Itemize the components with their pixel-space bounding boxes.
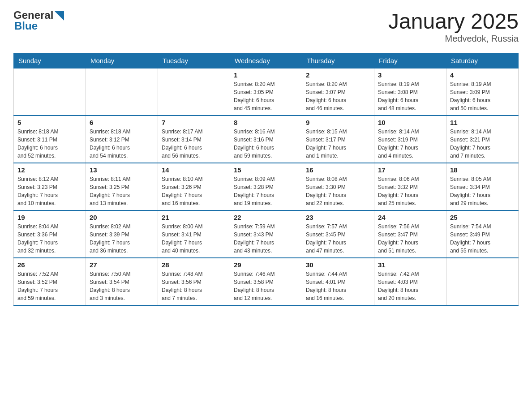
day-info: Sunrise: 7:48 AMSunset: 3:56 PMDaylight:…	[162, 270, 226, 302]
weekday-header-friday: Friday	[374, 53, 446, 68]
calendar-cell: 4Sunrise: 8:19 AMSunset: 3:09 PMDaylight…	[446, 68, 519, 116]
day-info: Sunrise: 7:42 AMSunset: 4:03 PMDaylight:…	[378, 270, 442, 302]
day-info: Sunrise: 8:19 AMSunset: 3:08 PMDaylight:…	[378, 80, 442, 112]
calendar-cell: 18Sunrise: 8:05 AMSunset: 3:34 PMDayligh…	[446, 163, 519, 210]
calendar-cell: 19Sunrise: 8:04 AMSunset: 3:36 PMDayligh…	[14, 210, 86, 258]
day-info: Sunrise: 8:14 AMSunset: 3:19 PMDaylight:…	[378, 128, 442, 160]
weekday-header-monday: Monday	[86, 53, 158, 68]
calendar-cell: 11Sunrise: 8:14 AMSunset: 3:21 PMDayligh…	[446, 116, 519, 163]
weekday-header-sunday: Sunday	[14, 53, 86, 68]
day-number: 24	[378, 214, 442, 221]
page-title: January 2025	[388, 9, 519, 34]
day-info: Sunrise: 8:19 AMSunset: 3:09 PMDaylight:…	[450, 80, 515, 112]
day-info: Sunrise: 8:20 AMSunset: 3:07 PMDaylight:…	[306, 80, 370, 112]
day-number: 5	[17, 119, 82, 126]
day-info: Sunrise: 8:14 AMSunset: 3:21 PMDaylight:…	[450, 128, 515, 160]
day-info: Sunrise: 7:56 AMSunset: 3:47 PMDaylight:…	[378, 223, 442, 255]
day-info: Sunrise: 8:20 AMSunset: 3:05 PMDaylight:…	[234, 80, 298, 112]
calendar-cell: 23Sunrise: 7:57 AMSunset: 3:45 PMDayligh…	[302, 210, 374, 258]
day-info: Sunrise: 7:52 AMSunset: 3:52 PMDaylight:…	[17, 270, 82, 302]
calendar-week-row: 5Sunrise: 8:18 AMSunset: 3:11 PMDaylight…	[14, 116, 519, 163]
calendar-cell: 16Sunrise: 8:08 AMSunset: 3:30 PMDayligh…	[302, 163, 374, 210]
calendar-cell: 24Sunrise: 7:56 AMSunset: 3:47 PMDayligh…	[374, 210, 446, 258]
day-info: Sunrise: 8:18 AMSunset: 3:12 PMDaylight:…	[90, 128, 154, 160]
calendar-cell: 15Sunrise: 8:09 AMSunset: 3:28 PMDayligh…	[230, 163, 302, 210]
day-info: Sunrise: 8:17 AMSunset: 3:14 PMDaylight:…	[162, 128, 226, 160]
day-info: Sunrise: 8:16 AMSunset: 3:16 PMDaylight:…	[234, 128, 298, 160]
calendar-week-row: 12Sunrise: 8:12 AMSunset: 3:23 PMDayligh…	[14, 163, 519, 210]
day-number: 15	[234, 166, 298, 174]
calendar-cell: 7Sunrise: 8:17 AMSunset: 3:14 PMDaylight…	[158, 116, 230, 163]
calendar-cell: 14Sunrise: 8:10 AMSunset: 3:26 PMDayligh…	[158, 163, 230, 210]
svg-marker-0	[54, 11, 64, 21]
day-number: 11	[450, 119, 515, 126]
day-number: 27	[90, 261, 154, 269]
day-number: 13	[90, 166, 154, 174]
day-number: 28	[162, 261, 226, 269]
calendar-cell: 9Sunrise: 8:15 AMSunset: 3:17 PMDaylight…	[302, 116, 374, 163]
day-number: 16	[306, 166, 370, 174]
day-number: 9	[306, 119, 370, 126]
calendar-cell	[86, 68, 158, 116]
logo: General Blue	[13, 9, 64, 32]
calendar-cell: 17Sunrise: 8:06 AMSunset: 3:32 PMDayligh…	[374, 163, 446, 210]
day-number: 14	[162, 166, 226, 174]
day-number: 21	[162, 214, 226, 221]
calendar-cell: 27Sunrise: 7:50 AMSunset: 3:54 PMDayligh…	[86, 258, 158, 305]
day-number: 6	[90, 119, 154, 126]
title-block: January 2025 Medvedok, Russia	[388, 9, 519, 44]
day-info: Sunrise: 7:44 AMSunset: 4:01 PMDaylight:…	[306, 270, 370, 302]
day-number: 20	[90, 214, 154, 221]
day-number: 31	[378, 261, 442, 269]
calendar-cell: 13Sunrise: 8:11 AMSunset: 3:25 PMDayligh…	[86, 163, 158, 210]
day-info: Sunrise: 7:57 AMSunset: 3:45 PMDaylight:…	[306, 223, 370, 255]
calendar-cell: 20Sunrise: 8:02 AMSunset: 3:39 PMDayligh…	[86, 210, 158, 258]
day-number: 19	[17, 214, 82, 221]
calendar-cell: 25Sunrise: 7:54 AMSunset: 3:49 PMDayligh…	[446, 210, 519, 258]
calendar-cell: 8Sunrise: 8:16 AMSunset: 3:16 PMDaylight…	[230, 116, 302, 163]
day-number: 12	[17, 166, 82, 174]
logo-triangle-icon	[54, 11, 64, 21]
day-number: 1	[234, 71, 298, 79]
day-info: Sunrise: 7:50 AMSunset: 3:54 PMDaylight:…	[90, 270, 154, 302]
day-info: Sunrise: 7:59 AMSunset: 3:43 PMDaylight:…	[234, 223, 298, 255]
day-number: 22	[234, 214, 298, 221]
calendar-week-row: 19Sunrise: 8:04 AMSunset: 3:36 PMDayligh…	[14, 210, 519, 258]
weekday-header-thursday: Thursday	[302, 53, 374, 68]
day-number: 3	[378, 71, 442, 79]
day-info: Sunrise: 8:02 AMSunset: 3:39 PMDaylight:…	[90, 223, 154, 255]
day-number: 2	[306, 71, 370, 79]
calendar-cell: 21Sunrise: 8:00 AMSunset: 3:41 PMDayligh…	[158, 210, 230, 258]
day-info: Sunrise: 8:05 AMSunset: 3:34 PMDaylight:…	[450, 175, 515, 207]
calendar-cell: 2Sunrise: 8:20 AMSunset: 3:07 PMDaylight…	[302, 68, 374, 116]
calendar-cell: 1Sunrise: 8:20 AMSunset: 3:05 PMDaylight…	[230, 68, 302, 116]
calendar-cell: 10Sunrise: 8:14 AMSunset: 3:19 PMDayligh…	[374, 116, 446, 163]
logo-blue-text: Blue	[14, 20, 64, 32]
day-info: Sunrise: 8:10 AMSunset: 3:26 PMDaylight:…	[162, 175, 226, 207]
weekday-header-row: SundayMondayTuesdayWednesdayThursdayFrid…	[14, 53, 519, 68]
day-info: Sunrise: 8:06 AMSunset: 3:32 PMDaylight:…	[378, 175, 442, 207]
day-info: Sunrise: 8:15 AMSunset: 3:17 PMDaylight:…	[306, 128, 370, 160]
day-number: 25	[450, 214, 515, 221]
calendar-cell: 3Sunrise: 8:19 AMSunset: 3:08 PMDaylight…	[374, 68, 446, 116]
day-number: 30	[306, 261, 370, 269]
day-number: 29	[234, 261, 298, 269]
day-number: 10	[378, 119, 442, 126]
weekday-header-wednesday: Wednesday	[230, 53, 302, 68]
calendar-cell: 30Sunrise: 7:44 AMSunset: 4:01 PMDayligh…	[302, 258, 374, 305]
day-info: Sunrise: 8:00 AMSunset: 3:41 PMDaylight:…	[162, 223, 226, 255]
calendar-cell: 12Sunrise: 8:12 AMSunset: 3:23 PMDayligh…	[14, 163, 86, 210]
calendar-cell: 28Sunrise: 7:48 AMSunset: 3:56 PMDayligh…	[158, 258, 230, 305]
day-number: 26	[17, 261, 82, 269]
day-info: Sunrise: 8:09 AMSunset: 3:28 PMDaylight:…	[234, 175, 298, 207]
calendar-cell	[446, 258, 519, 305]
weekday-header-tuesday: Tuesday	[158, 53, 230, 68]
day-number: 23	[306, 214, 370, 221]
calendar-cell	[158, 68, 230, 116]
day-info: Sunrise: 8:08 AMSunset: 3:30 PMDaylight:…	[306, 175, 370, 207]
day-number: 7	[162, 119, 226, 126]
calendar-cell: 6Sunrise: 8:18 AMSunset: 3:12 PMDaylight…	[86, 116, 158, 163]
page-header: General Blue January 2025 Medvedok, Russ…	[13, 9, 519, 44]
calendar-cell: 26Sunrise: 7:52 AMSunset: 3:52 PMDayligh…	[14, 258, 86, 305]
day-number: 8	[234, 119, 298, 126]
